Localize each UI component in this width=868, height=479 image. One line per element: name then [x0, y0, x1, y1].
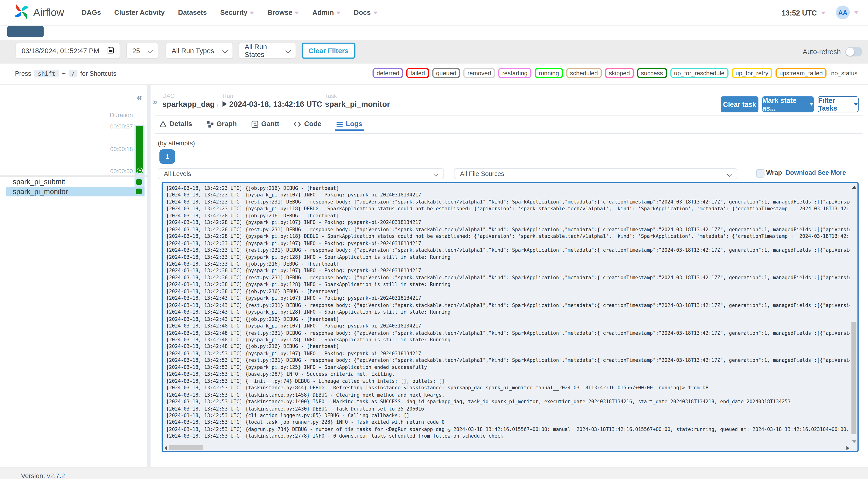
breadcrumb-task: Task spark_pi_monitor	[325, 92, 390, 108]
log-line: [2024-03-18, 13:42:48 UTC] {pyspark_pi.p…	[166, 337, 850, 343]
nav-security[interactable]: Security	[220, 9, 254, 17]
clock-label: 13:52 UTC	[782, 8, 817, 17]
scroll-right-arrow-icon[interactable]	[846, 446, 849, 450]
auto-refresh-toggle[interactable]	[845, 47, 862, 57]
log-line: [2024-03-18, 13:42:28 UTC] {pyspark_pi.p…	[166, 219, 850, 226]
nav-browse[interactable]: Browse	[268, 9, 299, 17]
task-row-spark-pi-monitor[interactable]: spark_pi_monitor	[6, 187, 145, 196]
state-badge-upstream_failed: upstream_failed	[775, 68, 827, 78]
log-file-sources-select[interactable]: All File Sources	[454, 168, 737, 179]
details-icon	[159, 120, 167, 128]
vertical-scrollbar[interactable]	[851, 184, 857, 445]
tab-details[interactable]: Details	[158, 117, 193, 131]
download-link[interactable]: Download	[785, 169, 816, 176]
state-badge-removed: removed	[464, 68, 495, 78]
log-line: [2024-03-18, 13:42:43 UTC] {pyspark_pi.p…	[166, 295, 850, 302]
clock-dropdown[interactable]: 13:52 UTC	[782, 0, 825, 25]
task-instance-success-square[interactable]	[136, 189, 142, 194]
tab-bar: Details Graph Gantt Code Logs	[158, 117, 376, 134]
avatar[interactable]: AA	[836, 6, 850, 20]
state-badge-queued: queued	[432, 68, 460, 78]
see-more-link[interactable]: See More	[817, 169, 846, 176]
tab-logs[interactable]: Logs	[335, 117, 364, 131]
breadcrumb-task-link[interactable]: spark_pi_monitor	[325, 99, 390, 108]
collapse-sidebar-icon[interactable]: «	[137, 92, 142, 103]
graph-icon	[207, 120, 214, 128]
chevron-down-icon	[433, 171, 439, 177]
chevron-down-icon	[373, 11, 377, 14]
nav-cluster-activity[interactable]: Cluster Activity	[114, 9, 165, 17]
base-date-input[interactable]: 03/18/2024, 01:52:47 PM	[16, 42, 120, 59]
chevron-down-icon	[854, 103, 858, 106]
nav-datasets[interactable]: Datasets	[178, 9, 207, 17]
nav-dags[interactable]: DAGs	[82, 9, 101, 17]
auto-refresh-control: Auto-refresh	[803, 40, 862, 64]
log-line: [2024-03-18, 13:42:33 UTC] {pyspark_pi.p…	[166, 254, 850, 260]
duration-tick: 00:00:18	[110, 146, 133, 152]
wrap-checkbox[interactable]	[756, 169, 765, 178]
wrap-label: Wrap	[766, 169, 782, 176]
footer: Version: v2.7.2	[0, 467, 868, 479]
mark-state-as-button[interactable]: Mark state as...	[762, 96, 814, 112]
base-date-value: 03/18/2024, 01:52:47 PM	[22, 47, 99, 55]
page-size-select[interactable]: 25	[126, 42, 158, 59]
version-label: Version:	[21, 472, 45, 479]
state-badge-scheduled: scheduled	[566, 68, 602, 78]
user-menu[interactable]: AA	[836, 6, 859, 20]
duration-tick: 00:00:37	[110, 123, 133, 129]
pinwheel-logo-icon	[13, 3, 30, 22]
clear-filters-button[interactable]: Clear Filters	[302, 42, 355, 59]
log-line: [2024-03-18, 13:42:38 UTC] {rest.py:231}…	[166, 274, 850, 281]
log-line: [2024-03-18, 13:42:23 UTC] {rest.py:231}…	[166, 198, 850, 205]
version-link[interactable]: v2.7.2	[47, 472, 65, 479]
log-line: [2024-03-18, 13:42:38 UTC] {job.py:216} …	[166, 288, 850, 295]
calendar-icon[interactable]	[107, 46, 114, 55]
log-line: [2024-03-18, 13:42:38 UTC] {pyspark_pi.p…	[166, 281, 850, 288]
toggle-knob	[846, 47, 854, 56]
scroll-left-arrow-icon[interactable]	[164, 446, 167, 450]
log-line: [2024-03-18, 13:42:43 UTC] {pyspark_pi.p…	[166, 309, 850, 316]
run-types-select[interactable]: All Run Types	[165, 42, 233, 59]
chevron-down-icon	[148, 48, 153, 54]
state-badge-restarting: restarting	[498, 68, 532, 78]
shortcut-hint: Press shift + / for Shortcuts	[15, 70, 116, 77]
nav-admin[interactable]: Admin	[312, 9, 341, 17]
manual-run-icon[interactable]	[136, 167, 143, 173]
log-line: [2024-03-18, 13:42:53 UTC] {pyspark_pi.p…	[166, 350, 850, 357]
log-line: [2024-03-18, 13:42:53 UTC] {taskinstance…	[166, 405, 850, 412]
scroll-up-arrow-icon[interactable]	[852, 186, 857, 189]
log-line: [2024-03-18, 13:42:48 UTC] {pyspark_pi.p…	[166, 323, 850, 329]
log-levels-select[interactable]: All Levels	[158, 168, 444, 179]
nav-docs[interactable]: Docs	[354, 9, 377, 17]
tab-track	[155, 133, 862, 134]
breadcrumb-run-link[interactable]: 2024-03-18, 13:42:16 UTC	[222, 99, 322, 108]
task-instance-success-square[interactable]	[136, 179, 142, 185]
tab-graph[interactable]: Graph	[205, 117, 238, 131]
airflow-logo[interactable]: Airflow	[13, 3, 64, 22]
dag-run-duration-bar[interactable]	[136, 126, 143, 173]
log-line: [2024-03-18, 13:42:48 UTC] {job.py:216} …	[166, 343, 850, 350]
task-state-legend: deferredfailedqueuedremovedrestartingrun…	[373, 68, 859, 78]
clear-task-button[interactable]: Clear task	[721, 96, 758, 112]
horizontal-scrollbar[interactable]	[163, 445, 850, 450]
tab-gantt[interactable]: Gantt	[250, 117, 280, 131]
task-row-spark-pi-submit[interactable]: spark_pi_submit	[6, 177, 145, 186]
breadcrumb-dag-link[interactable]: sparkapp_dag	[162, 99, 215, 108]
legend-row: Press shift + / for Shortcuts deferredfa…	[0, 64, 868, 84]
run-states-select[interactable]: All Run States	[239, 42, 296, 59]
panel-divider[interactable]	[147, 85, 150, 467]
log-viewer[interactable]: [2024-03-18, 13:42:23 UTC] {job.py:216} …	[162, 182, 859, 452]
scroll-down-arrow-icon[interactable]	[852, 440, 857, 443]
chevron-down-icon	[809, 103, 814, 106]
attempt-1-button[interactable]: 1	[159, 150, 175, 164]
tab-code[interactable]: Code	[292, 117, 323, 131]
state-badge-skipped: skipped	[605, 68, 634, 78]
log-line: [2024-03-18, 13:42:33 UTC] {job.py:216} …	[166, 260, 850, 267]
breadcrumb-chevrons-icon: »	[153, 97, 157, 106]
horizontal-scrollbar-thumb[interactable]	[169, 445, 203, 450]
clipped-toolbar-button[interactable]	[7, 26, 44, 37]
chevron-down-icon	[821, 11, 825, 14]
filter-tasks-button[interactable]: Filter Tasks	[817, 96, 859, 112]
vertical-scrollbar-thumb[interactable]	[851, 322, 856, 434]
state-badge-running: running	[535, 68, 563, 78]
